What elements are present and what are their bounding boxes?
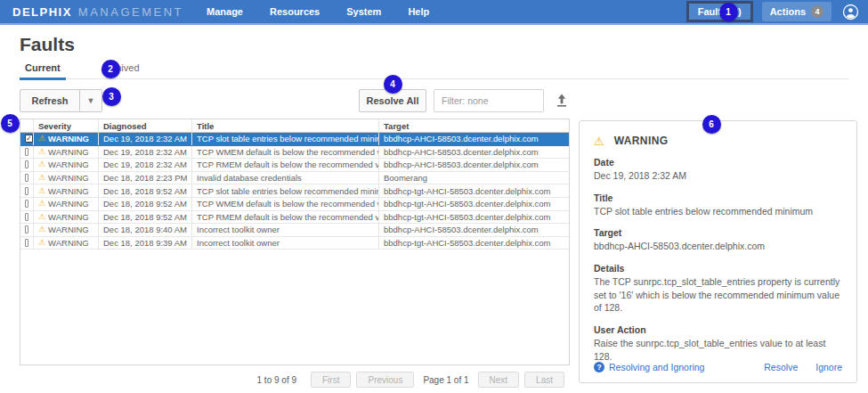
column-header-severity[interactable]: Severity (34, 119, 99, 132)
actions-count-badge: 4 (811, 5, 823, 18)
faults-table: Severity Diagnosed Title Target ⚠WARNING… (20, 119, 570, 365)
diagnosed-cell: Dec 18, 2018 9:52 AM (99, 211, 192, 224)
detail-section: Details The TCP sunrpc.tcp_slot_table_en… (594, 263, 842, 315)
row-checkbox[interactable] (25, 135, 33, 143)
warning-icon: ⚠ (594, 135, 604, 147)
severity-label: WARNING (48, 147, 89, 157)
warning-icon: ⚠ (38, 187, 45, 195)
severity-label: WARNING (48, 173, 89, 183)
annotation-number: 4 (390, 79, 395, 89)
delphix-logo: DELPHIX MANAGEMENT (12, 5, 183, 19)
warning-icon: ⚠ (38, 225, 45, 233)
severity-label: WARNING (48, 212, 89, 222)
first-page-button[interactable]: First (311, 372, 351, 388)
detail-actions: Resolve Ignore (764, 362, 842, 373)
last-page-button[interactable]: Last (524, 372, 564, 388)
top-menu-item[interactable]: Help (408, 0, 429, 23)
detail-section-value: TCP slot table entries below recommended… (594, 205, 842, 218)
target-cell: bbdhcp-tgt-AHCI-58503.dcenter.delphix.co… (379, 184, 569, 197)
detail-section: Date Dec 19, 2018 2:32 AM (594, 157, 842, 183)
severity-cell: ⚠WARNING (34, 224, 99, 236)
export-icon[interactable] (555, 93, 569, 111)
row-checkbox[interactable] (25, 200, 28, 208)
title-cell: TCP WMEM default is below the recommende… (192, 146, 379, 159)
brand-primary: DELPHIX (12, 5, 72, 19)
title-cell: Incorrect toolkit owner (192, 237, 379, 250)
filter-input[interactable] (434, 89, 544, 112)
title-cell: Incorrect toolkit owner (192, 224, 379, 236)
detail-section: Target bbdhcp-AHCI-58503.dcenter.delphix… (594, 227, 842, 253)
refresh-dropdown-button[interactable]: ▼ (80, 89, 102, 112)
row-checkbox-cell (20, 198, 34, 210)
table-row[interactable]: ⚠WARNING Dec 18, 2018 9:40 AM Incorrect … (20, 224, 569, 237)
title-cell: TCP slot table entries below recommended… (192, 133, 379, 145)
table-row[interactable]: ⚠WARNING Dec 19, 2018 2:32 AM TCP WMEM d… (20, 146, 569, 160)
row-checkbox[interactable] (25, 213, 28, 221)
table-row[interactable]: ⚠WARNING Dec 19, 2018 2:32 AM TCP RMEM d… (20, 159, 569, 172)
target-cell: Boomerang (379, 172, 569, 184)
severity-cell: ⚠WARNING (34, 211, 99, 224)
target-cell: bbdhcp-AHCI-58503.dcenter.delphix.com (379, 133, 569, 145)
row-checkbox[interactable] (25, 239, 28, 247)
diagnosed-cell: Dec 18, 2018 9:39 AM (99, 237, 192, 250)
severity-label: WARNING (48, 225, 89, 234)
severity-label: WARNING (48, 160, 89, 169)
warning-icon: ⚠ (38, 213, 45, 221)
table-row[interactable]: ⚠WARNING Dec 18, 2018 2:23 PM Invalid da… (20, 172, 569, 185)
column-header-title[interactable]: Title (192, 119, 379, 132)
diagnosed-cell: Dec 19, 2018 2:32 AM (99, 159, 192, 171)
ignore-link[interactable]: Ignore (815, 362, 842, 373)
severity-label: WARNING (48, 238, 89, 248)
annotation-callout: 5 (1, 114, 20, 133)
top-menu-item[interactable]: System (346, 0, 381, 23)
top-menu-item[interactable]: Manage (207, 0, 243, 23)
annotation-callout: 3 (102, 87, 121, 106)
annotation-number: 6 (709, 119, 714, 129)
table-row[interactable]: ⚠WARNING Dec 18, 2018 9:52 AM TCP RMEM d… (20, 211, 569, 225)
target-cell: bbdhcp-AHCI-58503.dcenter.delphix.com (379, 159, 569, 171)
row-checkbox[interactable] (25, 225, 28, 233)
top-menu-item[interactable]: Resources (270, 0, 320, 23)
severity-label: WARNING (48, 199, 89, 209)
target-cell: bbdhcp-AHCI-58503.dcenter.delphix.com (379, 146, 569, 159)
target-cell: bbdhcp-AHCI-58503.dcenter.delphix.com (379, 224, 569, 236)
actions-button[interactable]: Actions 4 (762, 2, 831, 21)
column-header-diagnosed[interactable]: Diagnosed (99, 119, 192, 132)
table-row[interactable]: ⚠WARNING Dec 18, 2018 9:52 AM TCP slot t… (20, 184, 569, 198)
warning-icon: ⚠ (38, 135, 45, 143)
detail-footer: ? Resolving and Ignoring Resolve Ignore (594, 362, 842, 373)
help-link-label: Resolving and Ignoring (609, 362, 704, 373)
diagnosed-cell: Dec 18, 2018 2:23 PM (99, 172, 192, 184)
row-checkbox-cell (20, 237, 34, 250)
row-checkbox[interactable] (25, 148, 28, 156)
diagnosed-cell: Dec 19, 2018 2:32 AM (99, 133, 192, 145)
detail-section-label: Target (594, 227, 842, 238)
warning-icon: ⚠ (38, 200, 45, 208)
next-page-button[interactable]: Next (478, 372, 520, 388)
target-cell: bbdhcp-tgt-AHCI-58503.dcenter.delphix.co… (379, 237, 569, 250)
detail-section-label: Title (594, 192, 842, 203)
detail-heading: ⚠ WARNING (594, 135, 842, 147)
top-navigation-bar: DELPHIX MANAGEMENT Manage Resources Syst… (0, 0, 868, 25)
topbar-right-cluster: Faults (9) Actions 4 (686, 1, 859, 22)
user-avatar-icon[interactable] (842, 4, 859, 20)
row-checkbox-cell (20, 224, 34, 236)
row-checkbox[interactable] (25, 160, 28, 168)
table-row[interactable]: ⚠WARNING Dec 18, 2018 9:39 AM Incorrect … (20, 237, 569, 250)
severity-cell: ⚠WARNING (34, 184, 99, 197)
previous-page-button[interactable]: Previous (356, 372, 414, 388)
severity-cell: ⚠WARNING (34, 146, 99, 159)
row-checkbox[interactable] (25, 174, 28, 182)
resolve-link[interactable]: Resolve (764, 362, 798, 373)
detail-section-label: User Action (594, 324, 842, 335)
annotation-callout: 1 (719, 3, 738, 21)
refresh-button[interactable]: Refresh (20, 89, 80, 112)
tab[interactable]: Current (20, 62, 66, 78)
column-header-target[interactable]: Target (379, 119, 569, 132)
resolving-and-ignoring-help-link[interactable]: ? Resolving and Ignoring (594, 362, 704, 373)
table-body: ⚠WARNING Dec 19, 2018 2:32 AM TCP slot t… (20, 133, 569, 250)
row-checkbox-cell (20, 184, 34, 197)
table-row[interactable]: ⚠WARNING Dec 18, 2018 9:52 AM TCP WMEM d… (20, 198, 569, 211)
row-checkbox[interactable] (25, 187, 28, 195)
table-row[interactable]: ⚠WARNING Dec 19, 2018 2:32 AM TCP slot t… (20, 133, 569, 146)
